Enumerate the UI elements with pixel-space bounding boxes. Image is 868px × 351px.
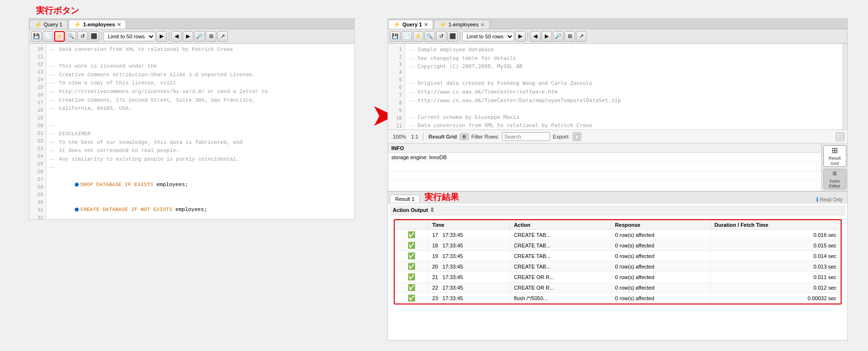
right-new-button[interactable]: 📄 bbox=[401, 31, 412, 42]
code-line: -- Original data created by Fusheng Wang… bbox=[408, 79, 840, 88]
row-duration: 0.013 sec bbox=[710, 261, 840, 272]
right-tab-employees[interactable]: ⚡ 1-employees ✕ bbox=[434, 20, 490, 29]
export-button[interactable]: ↗ bbox=[217, 31, 228, 42]
form-editor-side-button[interactable]: ≡ FormEditor bbox=[823, 169, 846, 190]
row-response: 0 row(s) affected bbox=[611, 282, 710, 293]
code-line bbox=[408, 105, 840, 113]
right-search-button[interactable]: 🔍 bbox=[424, 31, 435, 42]
right-tab-query1[interactable]: ⚡ Query 1 ✕ bbox=[388, 20, 433, 29]
filter-search-input[interactable] bbox=[502, 132, 550, 141]
zoom-level: 100% bbox=[393, 134, 406, 140]
code-line: -- DISCLAIMER bbox=[49, 130, 352, 139]
bottom-section: Result 1 実行結果 ℹ Read Only Action Output … bbox=[388, 191, 847, 316]
limit-go-button[interactable]: ▶ bbox=[156, 31, 167, 42]
right-columns-button[interactable]: ⊞ bbox=[564, 31, 575, 42]
code-line: -- To the best of our knowledge, this da… bbox=[49, 139, 352, 147]
right-save-button[interactable]: 💾 bbox=[390, 31, 400, 42]
row-status-icon: ✅ bbox=[395, 293, 428, 304]
code-line: -- Any similarity to existing people is … bbox=[49, 155, 352, 164]
code-line: -- it does not correspond to real people… bbox=[49, 147, 352, 155]
save-button[interactable]: 💾 bbox=[31, 31, 42, 42]
col-time: Time bbox=[428, 221, 510, 230]
row-num-time: 19 17:33:45 bbox=[428, 251, 510, 261]
code-line: -- California, 94105, USA. bbox=[49, 105, 352, 113]
right-editor-panel: ⚡ Query 1 ✕ ⚡ 1-employees ✕ 💾 📄 ⚡ 🔍 ↺ ⬛ … bbox=[387, 18, 848, 340]
code-line: -- Data conversion from XML to relationa… bbox=[408, 121, 840, 129]
right-stop-button[interactable]: ⬛ bbox=[447, 31, 458, 42]
right-zoom-button[interactable]: 🔎 bbox=[553, 31, 563, 42]
limit-select[interactable]: Limit to 50 rows bbox=[104, 32, 155, 41]
stop-button[interactable]: ⬛ bbox=[89, 31, 99, 42]
code-line: -- bbox=[49, 121, 352, 130]
code-line: -- http://www.cs.aau.dk/TimeCenter/softw… bbox=[408, 88, 840, 96]
right-arrow-right-button[interactable]: ▶ bbox=[541, 31, 552, 42]
action-output-table-container: Time Action Response Duration / Fetch Ti… bbox=[394, 219, 842, 304]
right-tab-query1-label: Query 1 bbox=[402, 22, 422, 27]
tab-employees-icon: ⚡ bbox=[74, 21, 81, 28]
expand-button[interactable]: ⬜ bbox=[836, 132, 845, 141]
grid-icon[interactable]: ⊞ bbox=[460, 133, 469, 140]
right-tab-employees-close[interactable]: ✕ bbox=[481, 22, 484, 27]
left-editor-content[interactable]: -- Data conversion from XML to relationa… bbox=[47, 44, 354, 219]
row-status-icon: ✅ bbox=[395, 261, 428, 272]
tab-query1-icon: ⚡ bbox=[35, 21, 42, 28]
left-tab-employees-close[interactable]: ✕ bbox=[117, 22, 121, 27]
left-tab-employees[interactable]: ⚡ 1-employees ✕ bbox=[69, 20, 126, 29]
result-tabs-bar: Result 1 実行結果 ℹ Read Only bbox=[388, 192, 847, 203]
result-table: INFO storage engine: InnoDB bbox=[388, 143, 821, 189]
right-scrollbar[interactable] bbox=[843, 44, 847, 129]
arrow-left-button[interactable]: ◀ bbox=[171, 31, 182, 42]
refresh-button[interactable]: ↺ bbox=[77, 31, 88, 42]
new-button[interactable]: 📄 bbox=[43, 31, 53, 42]
right-arrow-left-button[interactable]: ◀ bbox=[530, 31, 540, 42]
arrow-right-button[interactable]: ▶ bbox=[183, 31, 193, 42]
right-editor-content[interactable]: -- Sample employee database -- See chang… bbox=[405, 44, 843, 129]
row-response: 0 row(s) affected bbox=[611, 293, 710, 304]
result-tab-1[interactable]: Result 1 bbox=[390, 195, 420, 203]
form-editor-icon: ≡ bbox=[833, 169, 837, 178]
row-duration: 0.016 sec bbox=[710, 230, 840, 240]
execute-button[interactable]: ⚡ bbox=[54, 31, 65, 42]
col-icon bbox=[395, 221, 428, 230]
row-action: CREATE TAB... bbox=[510, 230, 611, 240]
form-editor-side-label: FormEditor bbox=[829, 179, 841, 189]
columns-button[interactable]: ⊞ bbox=[206, 31, 216, 42]
right-tab-query1-close[interactable]: ✕ bbox=[424, 22, 428, 27]
row-response: 0 row(s) affected bbox=[611, 272, 710, 282]
bullet-dot bbox=[75, 183, 79, 187]
info-icon: ℹ bbox=[816, 196, 819, 203]
left-editor-area: 10 11 12 13 14 15 16 17 18 19 20 21 22 2… bbox=[29, 44, 354, 219]
export-button[interactable]: 📋 bbox=[573, 132, 581, 141]
right-limit-select[interactable]: Limit to 50 rows bbox=[462, 32, 514, 41]
right-line-numbers: 1 2 3 4 5 6 7 8 9 10 11 12 13 14 bbox=[388, 44, 405, 129]
code-line: DROP DATABASE IF EXISTS employees; bbox=[49, 172, 352, 198]
code-line bbox=[408, 71, 840, 80]
row-response: 0 row(s) affected bbox=[611, 251, 710, 261]
action-output-body: ✅ 17 17:33:45 CREATE TAB... 0 row(s) aff… bbox=[395, 230, 841, 304]
result-grid-side-button[interactable]: ⊞ ResultGrid bbox=[823, 145, 846, 167]
ratio-label: 1:1 bbox=[411, 134, 418, 140]
row-duration: 0.011 sec bbox=[710, 272, 840, 282]
right-limit-go-button[interactable]: ▶ bbox=[515, 31, 526, 42]
right-execute-button[interactable]: ⚡ bbox=[413, 31, 423, 42]
right-export-button[interactable]: ↗ bbox=[576, 31, 586, 42]
row-action: CREATE OR R... bbox=[510, 282, 611, 293]
row-num-time: 20 17:33:45 bbox=[428, 261, 510, 272]
side-icon-panel: ⊞ ResultGrid ≡ FormEditor ⇅ bbox=[821, 143, 847, 191]
result-grid-label[interactable]: Result Grid bbox=[428, 134, 457, 140]
zoom-button[interactable]: 🔎 bbox=[194, 31, 205, 42]
row-duration: 0.012 sec bbox=[710, 282, 840, 293]
action-output-label: Action Output bbox=[393, 207, 428, 213]
code-line bbox=[49, 54, 352, 63]
sort-icon[interactable]: ⇕ bbox=[430, 207, 434, 213]
left-tab-query1[interactable]: ⚡ Query 1 bbox=[29, 20, 68, 29]
row-status-icon: ✅ bbox=[395, 272, 428, 282]
right-refresh-button[interactable]: ↺ bbox=[436, 31, 446, 42]
grid-section: INFO storage engine: InnoDB ⊞ ResultGrid bbox=[388, 143, 847, 191]
right-tab-employees-icon: ⚡ bbox=[439, 21, 446, 28]
search-button[interactable]: 🔍 bbox=[66, 31, 76, 42]
right-tab-employees-label: 1-employees bbox=[448, 22, 479, 27]
code-line: CREATE DATABASE IF NOT EXISTS employees; bbox=[49, 198, 352, 219]
row-num-time: 17 17:33:45 bbox=[428, 230, 510, 240]
col-duration: Duration / Fetch Time bbox=[710, 221, 840, 230]
